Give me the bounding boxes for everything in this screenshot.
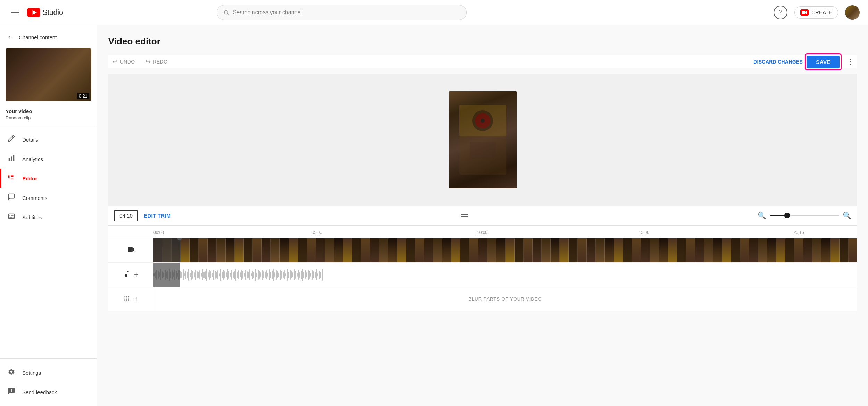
audio-bar xyxy=(305,270,306,279)
audio-track-content xyxy=(153,263,857,287)
redo-button[interactable]: ↪ REDO xyxy=(141,55,172,68)
camera-track-icon xyxy=(127,245,135,256)
line1 xyxy=(461,214,468,215)
audio-bar xyxy=(316,269,317,280)
audio-bar xyxy=(277,271,278,278)
feedback-icon xyxy=(7,387,16,397)
timeline-controls: 04:10 EDIT TRIM 🔍 🔍 xyxy=(108,206,857,225)
audio-waveform xyxy=(153,263,857,287)
redo-arrow-icon: ↪ xyxy=(145,58,151,66)
line2 xyxy=(461,216,468,217)
help-button[interactable]: ? xyxy=(774,6,787,19)
audio-bar xyxy=(312,270,313,280)
sidebar-item-analytics-label: Analytics xyxy=(22,156,43,162)
svg-point-17 xyxy=(128,296,129,297)
save-button[interactable]: SAVE xyxy=(807,56,840,68)
app-body: ← Channel content 0:21 Your video Random… xyxy=(0,25,868,406)
audio-bar xyxy=(270,272,271,278)
audio-bar xyxy=(191,270,192,280)
audio-bar xyxy=(224,271,225,278)
editor-icon xyxy=(7,174,16,183)
audio-bar xyxy=(203,272,205,278)
preview-content-svg xyxy=(456,102,510,178)
audio-bar xyxy=(208,272,209,277)
audio-bar xyxy=(194,272,195,277)
channel-content-header[interactable]: ← Channel content xyxy=(0,25,97,48)
audio-bar xyxy=(281,271,282,279)
more-options-button[interactable]: ⋮ xyxy=(844,56,857,68)
toolbar-right: DISCARD CHANGES SAVE ⋮ xyxy=(753,56,857,68)
search-icon xyxy=(223,9,229,16)
audio-bar xyxy=(303,272,304,278)
sidebar-item-analytics[interactable]: Analytics xyxy=(0,149,97,169)
audio-bar xyxy=(180,271,181,278)
blur-label: BLUR PARTS OF YOUR VIDEO xyxy=(153,287,857,311)
video-thumbnail[interactable]: 0:21 xyxy=(6,48,91,101)
audio-bar xyxy=(258,270,259,280)
create-button[interactable]: CREATE xyxy=(794,6,838,19)
user-avatar[interactable] xyxy=(845,5,860,20)
audio-bar xyxy=(285,273,286,276)
audio-bar xyxy=(302,269,303,281)
sidebar-item-details[interactable]: Details xyxy=(0,130,97,149)
audio-bar xyxy=(276,270,277,280)
video-track-row xyxy=(108,238,857,263)
sidebar-item-settings[interactable]: Settings xyxy=(0,363,97,382)
edit-trim-button[interactable]: EDIT TRIM xyxy=(144,213,171,219)
svg-point-19 xyxy=(126,297,127,298)
audio-bar xyxy=(301,271,302,279)
audio-bar xyxy=(284,270,285,279)
audio-bar xyxy=(280,270,281,280)
zoom-controls: 🔍 🔍 xyxy=(758,211,851,220)
hamburger-menu-button[interactable] xyxy=(8,7,22,18)
sidebar-item-editor[interactable]: Editor xyxy=(0,169,97,188)
sidebar-item-send-feedback[interactable]: Send feedback xyxy=(0,382,97,402)
audio-bar xyxy=(226,272,227,277)
audio-bar xyxy=(237,272,238,278)
comments-icon xyxy=(7,193,16,203)
audio-bar xyxy=(294,269,295,280)
undo-button[interactable]: ↩ UNDO xyxy=(108,55,139,68)
playhead-overlay xyxy=(153,238,180,262)
save-button-wrapper: SAVE xyxy=(807,56,840,68)
audio-bar xyxy=(263,271,264,278)
audio-bar xyxy=(319,271,320,279)
discard-changes-button[interactable]: DISCARD CHANGES xyxy=(753,59,803,65)
audio-bar xyxy=(317,273,318,276)
audio-bar xyxy=(223,270,224,280)
svg-rect-6 xyxy=(9,158,10,161)
svg-point-21 xyxy=(124,299,125,301)
audio-bar xyxy=(269,269,270,280)
audio-bar xyxy=(205,271,206,279)
audio-bar xyxy=(206,269,207,281)
nav-right: ? CREATE xyxy=(774,5,860,20)
video-track-strip xyxy=(153,238,857,262)
zoom-out-icon[interactable]: 🔍 xyxy=(758,211,766,220)
audio-bar xyxy=(278,273,279,277)
youtube-studio-logo[interactable]: Studio xyxy=(27,8,63,17)
add-blur-button[interactable]: + xyxy=(134,295,139,304)
audio-bar xyxy=(219,273,220,276)
audio-bar xyxy=(315,272,316,278)
add-audio-button[interactable]: + xyxy=(134,270,139,279)
zoom-in-icon[interactable]: 🔍 xyxy=(843,211,851,220)
svg-point-16 xyxy=(126,296,127,297)
audio-bar xyxy=(283,272,284,278)
search-input[interactable] xyxy=(233,9,460,16)
audio-bar xyxy=(310,273,311,277)
settings-icon xyxy=(7,368,16,378)
sidebar-item-editor-label: Editor xyxy=(22,176,37,181)
sidebar-item-comments[interactable]: Comments xyxy=(0,188,97,208)
zoom-slider-thumb[interactable] xyxy=(784,213,790,218)
audio-bar xyxy=(252,271,253,279)
video-preview-area xyxy=(108,74,857,206)
music-track-icon xyxy=(123,270,131,280)
audio-bar xyxy=(259,271,260,279)
sidebar-divider xyxy=(0,127,97,127)
zoom-slider[interactable] xyxy=(770,215,839,216)
audio-bar xyxy=(288,272,289,278)
audio-bar xyxy=(240,272,241,277)
audio-bar xyxy=(220,269,221,281)
timeline-area: 00:00 05:00 10:00 15:00 20:15 xyxy=(108,225,857,311)
sidebar-item-subtitles[interactable]: Subtitles xyxy=(0,208,97,227)
